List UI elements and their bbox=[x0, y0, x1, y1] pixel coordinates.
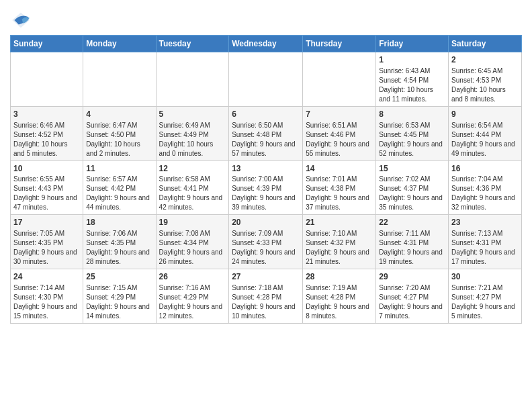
day-number: 19 bbox=[159, 217, 226, 228]
day-info: Sunrise: 7:04 AM Sunset: 4:36 PM Dayligh… bbox=[451, 175, 519, 212]
day-number: 6 bbox=[232, 109, 300, 120]
day-info: Sunrise: 7:14 AM Sunset: 4:30 PM Dayligh… bbox=[13, 283, 80, 321]
day-number: 3 bbox=[13, 109, 80, 120]
header-monday: Monday bbox=[83, 36, 156, 52]
day-number: 28 bbox=[306, 271, 373, 283]
calendar-cell: 1Sunrise: 6:43 AM Sunset: 4:54 PM Daylig… bbox=[376, 52, 449, 107]
day-info: Sunrise: 7:10 AM Sunset: 4:32 PM Dayligh… bbox=[306, 229, 373, 267]
header-thursday: Thursday bbox=[303, 36, 376, 52]
calendar-cell: 18Sunrise: 7:06 AM Sunset: 4:35 PM Dayli… bbox=[83, 215, 156, 269]
day-info: Sunrise: 6:45 AM Sunset: 4:53 PM Dayligh… bbox=[451, 66, 519, 104]
calendar-cell: 19Sunrise: 7:08 AM Sunset: 4:34 PM Dayli… bbox=[156, 215, 229, 269]
calendar-cell: 21Sunrise: 7:10 AM Sunset: 4:32 PM Dayli… bbox=[303, 215, 376, 269]
calendar-cell: 2Sunrise: 6:45 AM Sunset: 4:53 PM Daylig… bbox=[449, 52, 522, 107]
calendar-cell: 3Sunrise: 6:46 AM Sunset: 4:52 PM Daylig… bbox=[11, 106, 83, 161]
day-number: 27 bbox=[232, 271, 300, 283]
calendar-cell: 23Sunrise: 7:13 AM Sunset: 4:31 PM Dayli… bbox=[449, 215, 522, 269]
day-info: Sunrise: 6:43 AM Sunset: 4:54 PM Dayligh… bbox=[379, 66, 445, 104]
day-number: 22 bbox=[379, 217, 445, 228]
calendar-cell: 27Sunrise: 7:18 AM Sunset: 4:28 PM Dayli… bbox=[229, 269, 303, 324]
calendar-cell: 14Sunrise: 7:01 AM Sunset: 4:38 PM Dayli… bbox=[303, 161, 376, 215]
header bbox=[10, 7, 522, 31]
calendar-cell: 10Sunrise: 6:55 AM Sunset: 4:43 PM Dayli… bbox=[11, 161, 83, 215]
day-info: Sunrise: 7:13 AM Sunset: 4:31 PM Dayligh… bbox=[451, 229, 519, 267]
calendar-table: SundayMondayTuesdayWednesdayThursdayFrid… bbox=[10, 35, 522, 324]
day-info: Sunrise: 7:20 AM Sunset: 4:27 PM Dayligh… bbox=[379, 283, 445, 321]
day-info: Sunrise: 6:58 AM Sunset: 4:41 PM Dayligh… bbox=[159, 175, 226, 212]
calendar-cell: 4Sunrise: 6:47 AM Sunset: 4:50 PM Daylig… bbox=[83, 106, 156, 161]
calendar-cell: 20Sunrise: 7:09 AM Sunset: 4:33 PM Dayli… bbox=[229, 215, 303, 269]
calendar-cell: 7Sunrise: 6:51 AM Sunset: 4:46 PM Daylig… bbox=[303, 106, 376, 161]
header-saturday: Saturday bbox=[449, 36, 522, 52]
day-number: 5 bbox=[159, 109, 226, 120]
day-info: Sunrise: 7:11 AM Sunset: 4:31 PM Dayligh… bbox=[379, 229, 445, 267]
calendar-week-3: 10Sunrise: 6:55 AM Sunset: 4:43 PM Dayli… bbox=[11, 161, 522, 215]
day-info: Sunrise: 7:00 AM Sunset: 4:39 PM Dayligh… bbox=[232, 175, 300, 212]
calendar-cell: 24Sunrise: 7:14 AM Sunset: 4:30 PM Dayli… bbox=[11, 269, 83, 324]
logo bbox=[10, 9, 33, 31]
day-info: Sunrise: 6:46 AM Sunset: 4:52 PM Dayligh… bbox=[13, 121, 80, 158]
header-tuesday: Tuesday bbox=[156, 36, 229, 52]
header-friday: Friday bbox=[376, 36, 449, 52]
day-number: 25 bbox=[86, 271, 152, 283]
day-number: 12 bbox=[159, 163, 226, 175]
day-info: Sunrise: 6:51 AM Sunset: 4:46 PM Dayligh… bbox=[306, 121, 373, 158]
header-sunday: Sunday bbox=[11, 36, 83, 52]
day-info: Sunrise: 6:57 AM Sunset: 4:42 PM Dayligh… bbox=[86, 175, 152, 212]
calendar-week-1: 1Sunrise: 6:43 AM Sunset: 4:54 PM Daylig… bbox=[11, 52, 522, 107]
day-info: Sunrise: 6:50 AM Sunset: 4:48 PM Dayligh… bbox=[232, 121, 300, 158]
day-number: 11 bbox=[86, 163, 152, 175]
day-info: Sunrise: 7:18 AM Sunset: 4:28 PM Dayligh… bbox=[232, 283, 300, 321]
calendar-cell: 11Sunrise: 6:57 AM Sunset: 4:42 PM Dayli… bbox=[83, 161, 156, 215]
day-info: Sunrise: 7:15 AM Sunset: 4:29 PM Dayligh… bbox=[86, 283, 152, 321]
day-info: Sunrise: 6:53 AM Sunset: 4:45 PM Dayligh… bbox=[379, 121, 445, 158]
calendar-cell: 25Sunrise: 7:15 AM Sunset: 4:29 PM Dayli… bbox=[83, 269, 156, 324]
day-number: 21 bbox=[306, 217, 373, 228]
day-number: 16 bbox=[451, 163, 519, 175]
day-info: Sunrise: 7:21 AM Sunset: 4:27 PM Dayligh… bbox=[451, 283, 519, 321]
day-info: Sunrise: 6:55 AM Sunset: 4:43 PM Dayligh… bbox=[13, 175, 80, 212]
day-number: 18 bbox=[86, 217, 152, 228]
day-number: 13 bbox=[232, 163, 300, 175]
day-number: 7 bbox=[306, 109, 373, 120]
calendar-cell bbox=[229, 52, 303, 107]
day-info: Sunrise: 6:49 AM Sunset: 4:49 PM Dayligh… bbox=[159, 121, 226, 158]
day-info: Sunrise: 7:02 AM Sunset: 4:37 PM Dayligh… bbox=[379, 175, 445, 212]
day-info: Sunrise: 7:16 AM Sunset: 4:29 PM Dayligh… bbox=[159, 283, 226, 321]
day-info: Sunrise: 7:08 AM Sunset: 4:34 PM Dayligh… bbox=[159, 229, 226, 267]
calendar-cell: 8Sunrise: 6:53 AM Sunset: 4:45 PM Daylig… bbox=[376, 106, 449, 161]
calendar-cell: 28Sunrise: 7:19 AM Sunset: 4:28 PM Dayli… bbox=[303, 269, 376, 324]
header-wednesday: Wednesday bbox=[229, 36, 303, 52]
calendar-cell: 26Sunrise: 7:16 AM Sunset: 4:29 PM Dayli… bbox=[156, 269, 229, 324]
day-number: 14 bbox=[306, 163, 373, 175]
day-info: Sunrise: 7:19 AM Sunset: 4:28 PM Dayligh… bbox=[306, 283, 373, 321]
calendar-cell: 22Sunrise: 7:11 AM Sunset: 4:31 PM Dayli… bbox=[376, 215, 449, 269]
calendar-cell bbox=[83, 52, 156, 107]
calendar-week-2: 3Sunrise: 6:46 AM Sunset: 4:52 PM Daylig… bbox=[11, 106, 522, 161]
day-number: 23 bbox=[451, 217, 519, 228]
calendar-week-4: 17Sunrise: 7:05 AM Sunset: 4:35 PM Dayli… bbox=[11, 215, 522, 269]
day-info: Sunrise: 6:47 AM Sunset: 4:50 PM Dayligh… bbox=[86, 121, 152, 158]
day-info: Sunrise: 7:09 AM Sunset: 4:33 PM Dayligh… bbox=[232, 229, 300, 267]
calendar-cell: 29Sunrise: 7:20 AM Sunset: 4:27 PM Dayli… bbox=[376, 269, 449, 324]
calendar-cell bbox=[156, 52, 229, 107]
calendar-cell bbox=[303, 52, 376, 107]
day-number: 8 bbox=[379, 109, 445, 120]
calendar-cell: 15Sunrise: 7:02 AM Sunset: 4:37 PM Dayli… bbox=[376, 161, 449, 215]
day-info: Sunrise: 7:06 AM Sunset: 4:35 PM Dayligh… bbox=[86, 229, 152, 267]
day-number: 17 bbox=[13, 217, 80, 228]
page: SundayMondayTuesdayWednesdayThursdayFrid… bbox=[0, 0, 532, 330]
day-number: 29 bbox=[379, 271, 445, 283]
day-number: 4 bbox=[86, 109, 152, 120]
day-number: 10 bbox=[13, 163, 80, 175]
calendar-cell: 30Sunrise: 7:21 AM Sunset: 4:27 PM Dayli… bbox=[449, 269, 522, 324]
day-number: 24 bbox=[13, 271, 80, 283]
calendar-cell: 6Sunrise: 6:50 AM Sunset: 4:48 PM Daylig… bbox=[229, 106, 303, 161]
calendar-week-5: 24Sunrise: 7:14 AM Sunset: 4:30 PM Dayli… bbox=[11, 269, 522, 324]
day-number: 30 bbox=[451, 271, 519, 283]
day-info: Sunrise: 7:01 AM Sunset: 4:38 PM Dayligh… bbox=[306, 175, 373, 212]
calendar-cell: 5Sunrise: 6:49 AM Sunset: 4:49 PM Daylig… bbox=[156, 106, 229, 161]
day-info: Sunrise: 7:05 AM Sunset: 4:35 PM Dayligh… bbox=[13, 229, 80, 267]
day-number: 9 bbox=[451, 109, 519, 120]
logo-icon bbox=[10, 9, 32, 31]
